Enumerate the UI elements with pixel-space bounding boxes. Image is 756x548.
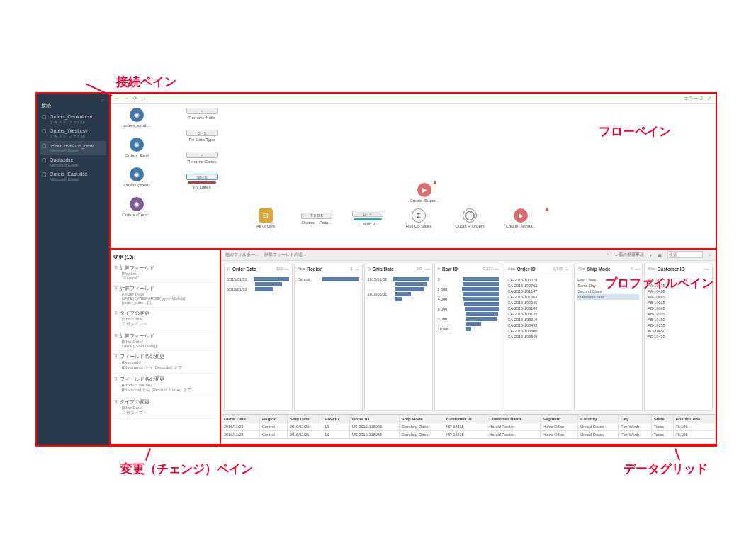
warning-icon[interactable]: ▲ — [544, 206, 550, 212]
value-row[interactable]: AB-10105 — [648, 311, 709, 317]
flow-node[interactable]: ✧Remove Nulls — [181, 108, 222, 120]
add-calc-field-button[interactable]: 計算フィールドの追... — [264, 252, 306, 258]
flow-node[interactable]: D・✧Clean 2 — [347, 211, 388, 226]
column-header[interactable]: City — [619, 415, 652, 423]
column-header[interactable]: Country — [578, 415, 619, 423]
connection-item[interactable]: ▢Quota.xlsxMicrosoft Excel — [40, 155, 106, 169]
bin-label: 2015/01/01 — [368, 277, 392, 281]
flow-node[interactable]: ⊟All Orders — [245, 208, 286, 228]
chevron-down-icon[interactable]: ▾ — [650, 252, 652, 257]
value-row[interactable]: CA-2015-103219 — [507, 317, 569, 323]
value-row[interactable]: CA-2015-103100 — [507, 306, 569, 311]
recommendation-icon[interactable]: ♀ — [606, 252, 609, 257]
cell: US-2016-118983 — [350, 423, 400, 431]
value-row[interactable]: AE-10420 — [648, 334, 709, 340]
column-header[interactable]: Ship Date — [287, 415, 322, 423]
profile-card[interactable]: ⎙Ship Date345⋯2015/01/012018/05/31 — [364, 264, 433, 411]
flow-node[interactable]: ◉Orders (West) — [116, 167, 157, 187]
change-item[interactable]: ⎘フィールド名の変更[Discount][Discounts] から [Disc… — [113, 351, 217, 374]
flow-node[interactable]: ◉Orders_East — [116, 138, 157, 157]
search-input[interactable] — [667, 251, 703, 258]
connection-item[interactable]: ▢Orders_Central.csvテキスト ファイル — [40, 112, 106, 126]
flow-node[interactable]: ✧Rename States — [181, 152, 222, 164]
bin-bar — [393, 277, 429, 281]
change-item[interactable]: ⎘計算フィールド[Order Date]DATE(DATEPARSE('yyyy… — [113, 283, 217, 308]
flow-node[interactable]: T D D SOrders + Retu... — [296, 213, 337, 225]
menu-icon[interactable]: ⋯ — [425, 267, 429, 272]
datasource-icon: ▢ — [41, 143, 47, 149]
value-row[interactable]: AB-10015 — [648, 300, 709, 306]
value-row[interactable]: AB-10150 — [648, 317, 709, 323]
connection-item[interactable]: ▢Orders_West.csvテキスト ファイル — [40, 126, 106, 140]
column-header[interactable]: State — [651, 415, 673, 423]
flow-node[interactable]: ◉orders_south... — [116, 108, 157, 128]
menu-icon[interactable]: ⋯ — [285, 267, 289, 272]
cell: Central — [260, 423, 288, 431]
profile-card[interactable]: AbcOrder ID1,175⋯CA-2015-100678CA-2015-1… — [504, 264, 572, 411]
change-item[interactable]: ⎘計算フィールド[Region]"Central" — [113, 262, 217, 283]
menu-icon[interactable]: ⋯ — [355, 267, 359, 272]
column-header[interactable]: Customer ID — [444, 415, 487, 423]
column-header[interactable]: Region — [260, 415, 288, 423]
search-icon[interactable]: ⌕ — [101, 96, 105, 103]
change-item[interactable]: ⎘タイプの変更[Ship Date]日付タイプへ — [113, 396, 217, 419]
value-row[interactable]: AC-10450 — [648, 328, 709, 334]
value-row[interactable]: AB-10255 — [648, 323, 709, 328]
filter-button[interactable]: 値のフィルター... — [225, 252, 259, 258]
table-row[interactable]: 2016/11/22Central2016/11/2615US-2016-118… — [222, 423, 716, 431]
recommendations-label[interactable]: 1 個の推奨事項 — [615, 252, 644, 258]
menu-icon[interactable]: ⋯ — [635, 267, 639, 272]
column-header[interactable]: Segment — [540, 415, 577, 423]
data-grid[interactable]: Order DateRegionShip DateRow IDOrder IDS… — [221, 414, 716, 444]
profile-card[interactable]: AbcRegion1⋯Central — [294, 264, 363, 411]
table-row[interactable]: 2016/11/22Central2016/11/2616US-2016-118… — [222, 431, 716, 439]
value-row[interactable]: CA-2015-103135 — [507, 311, 569, 317]
refresh-icon[interactable]: ⟳ — [133, 96, 137, 101]
value-row[interactable]: CA-2015-103800 — [507, 328, 569, 334]
profile-card[interactable]: ⎙Order Date329⋯2015/01/012018/01/01 — [224, 264, 293, 411]
bin-label: 2018/05/31 — [368, 292, 393, 296]
menu-icon[interactable]: ⋯ — [705, 267, 709, 272]
value-row[interactable]: CA-2015-103492 — [507, 323, 569, 328]
menu-icon[interactable]: ⋯ — [495, 267, 499, 272]
change-item[interactable]: ⎘タイプの変更[Ship Date]日付タイプへ — [113, 308, 217, 330]
grid-view-icon[interactable]: ▦ — [658, 252, 662, 257]
connection-item[interactable]: ▢Orders_East.xlsxMicrosoft Excel — [40, 169, 106, 184]
flow-node[interactable]: Quota + Orders — [449, 208, 490, 228]
play-icon[interactable]: ▷ — [142, 96, 145, 101]
value-row[interactable]: CA-2015-100762 — [507, 283, 569, 289]
value-row[interactable]: CA-2015-101147 — [507, 289, 569, 294]
value-row[interactable]: CA-2015-103849 — [507, 334, 569, 340]
field-count: 1,175 — [553, 267, 563, 271]
column-header[interactable]: Row ID — [322, 415, 350, 423]
flow-node[interactable]: ΣRoll Up Sales — [398, 208, 439, 228]
flow-node[interactable]: SD✧SFix Dates — [181, 174, 222, 189]
value-row[interactable]: Standard Class — [577, 294, 639, 300]
warning-icon[interactable]: ▲ — [432, 179, 438, 185]
flow-node[interactable]: ▶Create 'Super... — [404, 183, 445, 203]
flow-node[interactable]: D・SFix Data Type — [181, 130, 222, 142]
column-header[interactable]: Postal Code — [673, 415, 715, 423]
value-row[interactable]: CA-2015-102946 — [507, 300, 569, 306]
value-row[interactable]: CA-2015-101602 — [507, 294, 569, 300]
flow-node[interactable]: ▶Create 'Annua... — [500, 208, 541, 228]
menu-icon[interactable]: ⋯ — [565, 267, 569, 272]
change-item[interactable]: ⎘計算フィールド[Ship Date]DATE([Ship Date]) — [113, 330, 217, 351]
connection-item[interactable]: ▢return reasons_newMicrosoft Excel — [40, 141, 106, 155]
column-header[interactable]: Order Date — [222, 415, 260, 423]
search-icon[interactable]: ⌕ — [709, 252, 711, 257]
error-count[interactable]: エラー 2 — [684, 95, 703, 102]
value-row[interactable]: AB-10060 — [648, 306, 709, 311]
expand-icon[interactable]: ⤢ — [707, 96, 711, 101]
back-icon[interactable]: ← — [115, 96, 120, 101]
column-header[interactable]: Ship Mode — [399, 415, 444, 423]
field-count: 329 — [276, 267, 283, 271]
column-header[interactable]: Customer Name — [487, 415, 540, 423]
profile-card[interactable]: #Row ID2,323⋯02,0004,0006,0008,00010,000 — [434, 264, 503, 411]
forward-icon[interactable]: → — [124, 96, 129, 101]
value-row[interactable]: AA-10645 — [648, 294, 709, 300]
change-item[interactable]: ⎘フィールド名の変更[Product Name][Products] から [P… — [113, 374, 217, 396]
column-header[interactable]: Order ID — [350, 415, 400, 423]
flow-node[interactable]: ◉Orders (Centr... — [116, 197, 157, 217]
value-row[interactable]: CA-2015-100678 — [507, 277, 569, 283]
